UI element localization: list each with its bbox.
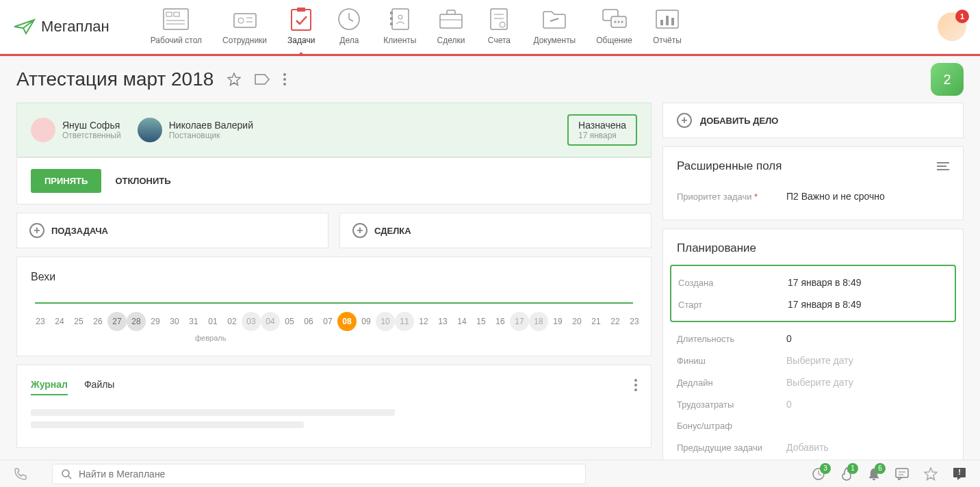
add-deal-button[interactable]: + СДЕЛКА bbox=[339, 213, 652, 248]
footer-chat-icon[interactable] bbox=[895, 468, 909, 480]
milestones-title: Вехи bbox=[31, 271, 637, 283]
nav-invoices[interactable]: Счета bbox=[485, 7, 513, 47]
nav-deals[interactable]: Сделки bbox=[437, 7, 465, 47]
nav-chat[interactable]: Общение bbox=[596, 7, 632, 47]
svg-line-44 bbox=[68, 476, 71, 479]
timeline-day[interactable]: 11 bbox=[395, 312, 414, 331]
svg-point-38 bbox=[634, 384, 637, 386]
svg-point-27 bbox=[614, 21, 616, 23]
nav-desktop[interactable]: Рабочий стол bbox=[151, 7, 202, 47]
chart-icon bbox=[655, 9, 680, 29]
svg-point-43 bbox=[62, 470, 69, 477]
field-effort[interactable]: Трудозатраты 0 bbox=[677, 393, 949, 415]
timeline-day[interactable]: 30 bbox=[165, 312, 184, 331]
user-avatar[interactable]: 1 bbox=[938, 12, 966, 41]
add-affair-button[interactable]: + ДОБАВИТЬ ДЕЛО bbox=[662, 103, 964, 138]
timeline-day[interactable]: 21 bbox=[586, 312, 606, 331]
timeline-day[interactable]: 05 bbox=[280, 312, 299, 331]
timeline-day[interactable]: 07 bbox=[318, 312, 337, 331]
timeline-day[interactable]: 15 bbox=[472, 312, 491, 331]
footer-bar: 3 1 6 ! bbox=[0, 460, 980, 482]
field-finish[interactable]: Финиш Выберите дату bbox=[677, 350, 949, 371]
responsible-person[interactable]: Януш Софья Ответственный bbox=[31, 118, 121, 142]
timeline-day[interactable]: 10 bbox=[376, 312, 395, 331]
footer-feedback-icon[interactable]: ! bbox=[953, 467, 966, 481]
timeline-day[interactable]: 29 bbox=[146, 312, 165, 331]
nav-affairs[interactable]: Дела bbox=[335, 7, 363, 47]
add-subtask-button[interactable]: + ПОДЗАДАЧА bbox=[16, 213, 328, 248]
count-badge[interactable]: 2 bbox=[931, 63, 964, 96]
responsible-name: Януш Софья bbox=[62, 120, 121, 131]
timeline-day[interactable]: 08 bbox=[337, 312, 357, 331]
timeline-day[interactable]: 03 bbox=[242, 312, 261, 331]
tab-journal[interactable]: Журнал bbox=[31, 379, 68, 395]
field-priority[interactable]: Приоритет задачи * П2 Важно и не срочно bbox=[677, 185, 949, 207]
more-icon[interactable] bbox=[283, 73, 286, 85]
timeline-day[interactable]: 27 bbox=[107, 312, 127, 331]
footer-fire-icon[interactable]: 1 bbox=[840, 467, 853, 481]
nav-documents[interactable]: Документы bbox=[533, 7, 576, 47]
timeline-day[interactable]: 20 bbox=[567, 312, 586, 331]
timeline-days[interactable]: 2324252627282930310102030405060708091011… bbox=[31, 312, 637, 331]
main-nav: Рабочий стол Сотрудники Задачи Дела Клие… bbox=[151, 7, 682, 47]
timeline-day[interactable]: 28 bbox=[127, 312, 146, 331]
footer-bell-icon[interactable]: 6 bbox=[868, 467, 880, 481]
field-duration[interactable]: Длительность 0 bbox=[677, 328, 949, 350]
timeline-line bbox=[35, 302, 633, 304]
timeline-day[interactable]: 16 bbox=[491, 312, 510, 331]
timeline-day[interactable]: 02 bbox=[222, 312, 242, 331]
timeline-day[interactable]: 01 bbox=[203, 312, 222, 331]
author-person[interactable]: Николаев Валерий Постановщик bbox=[138, 118, 253, 142]
search-input[interactable] bbox=[79, 469, 577, 479]
nav-employees[interactable]: Сотрудники bbox=[222, 7, 267, 47]
timeline-day[interactable]: 19 bbox=[548, 312, 567, 331]
timeline-day[interactable]: 17 bbox=[510, 312, 529, 331]
title-row: Аттестация март 2018 2 bbox=[0, 56, 980, 103]
timeline-day[interactable]: 14 bbox=[452, 312, 472, 331]
field-deadline[interactable]: Дедлайн Выберите дату bbox=[677, 371, 949, 393]
field-bonus[interactable]: Бонус/штраф bbox=[677, 415, 949, 436]
planning-highlight: Создана 17 января в 8:49 Старт 17 января… bbox=[670, 265, 956, 322]
timeline-day[interactable]: 18 bbox=[529, 312, 548, 331]
actions-row: ПРИНЯТЬ ОТКЛОНИТЬ bbox=[16, 157, 652, 205]
timeline-day[interactable]: 23 bbox=[625, 312, 644, 331]
timeline-day[interactable]: 06 bbox=[299, 312, 318, 331]
nav-clients[interactable]: Клиенты bbox=[383, 7, 416, 47]
briefcase-icon bbox=[439, 9, 463, 29]
search-icon bbox=[61, 469, 72, 479]
timeline-day[interactable]: 31 bbox=[184, 312, 203, 331]
phone-icon[interactable] bbox=[14, 467, 27, 481]
timeline-day[interactable]: 12 bbox=[414, 312, 433, 331]
nav-tasks[interactable]: Задачи bbox=[287, 7, 315, 47]
svg-point-34 bbox=[283, 73, 286, 76]
tab-files[interactable]: Файлы bbox=[84, 379, 114, 395]
star-icon[interactable] bbox=[227, 73, 241, 86]
settings-icon[interactable] bbox=[937, 161, 949, 171]
tag-icon[interactable] bbox=[255, 74, 270, 85]
accept-button[interactable]: ПРИНЯТЬ bbox=[31, 169, 101, 193]
field-prev-tasks[interactable]: Предыдущие задачи Добавить bbox=[677, 436, 949, 458]
timeline-day[interactable]: 04 bbox=[261, 312, 280, 331]
skeleton-line bbox=[31, 421, 304, 428]
footer-clock-icon[interactable]: 3 bbox=[812, 467, 825, 481]
timeline-day[interactable]: 25 bbox=[69, 312, 88, 331]
timeline-day[interactable]: 22 bbox=[606, 312, 625, 331]
timeline-day[interactable]: 13 bbox=[433, 312, 452, 331]
timeline-day[interactable]: 26 bbox=[88, 312, 107, 331]
timeline-day[interactable]: 23 bbox=[31, 312, 50, 331]
notification-badge: 1 bbox=[955, 10, 969, 23]
svg-rect-31 bbox=[660, 20, 663, 25]
timeline-day[interactable]: 09 bbox=[357, 312, 376, 331]
avatar bbox=[31, 118, 55, 142]
timeline-day[interactable]: 24 bbox=[50, 312, 69, 331]
svg-rect-19 bbox=[440, 14, 462, 28]
nav-reports[interactable]: Отчёты bbox=[653, 7, 682, 47]
search-wrap[interactable] bbox=[52, 464, 586, 483]
logo[interactable]: Мегаплан bbox=[14, 18, 109, 36]
chat-icon bbox=[602, 8, 628, 30]
journal-more-icon[interactable] bbox=[634, 379, 637, 391]
reject-button[interactable]: ОТКЛОНИТЬ bbox=[115, 176, 170, 186]
field-start[interactable]: Старт 17 января в 8:49 bbox=[678, 293, 948, 315]
footer-star-icon[interactable] bbox=[924, 467, 938, 481]
svg-rect-48 bbox=[896, 469, 908, 477]
